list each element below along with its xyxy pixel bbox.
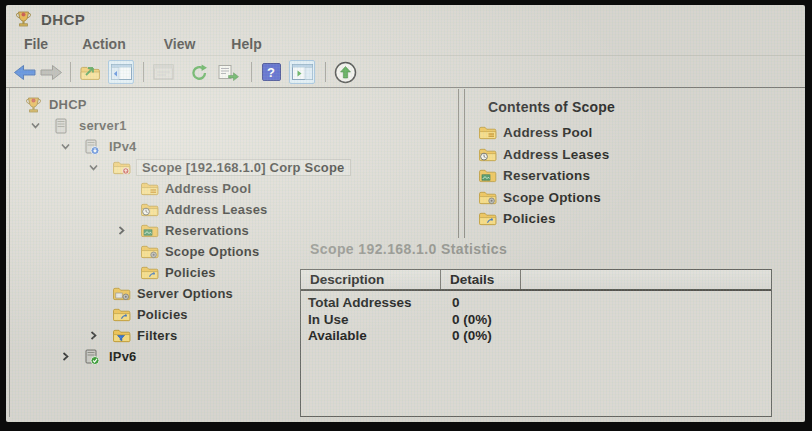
server-icon xyxy=(54,118,74,134)
forward-arrow-icon xyxy=(39,64,63,81)
chevron-right-icon[interactable] xyxy=(88,330,112,341)
pane-splitter[interactable] xyxy=(458,89,465,238)
tree-item-server1[interactable]: server1 xyxy=(10,115,456,136)
ipv6-server-icon xyxy=(84,349,104,365)
toolbar-separator xyxy=(143,62,144,82)
column-header-empty xyxy=(521,270,771,289)
menu-action[interactable]: Action xyxy=(74,34,134,54)
menu-help[interactable]: Help xyxy=(223,34,269,54)
row-description: Available xyxy=(308,328,452,345)
statistics-table: Description Details Total Addresses 0 In… xyxy=(300,269,772,417)
back-button[interactable] xyxy=(12,60,38,84)
column-header-description[interactable]: Description xyxy=(301,270,441,289)
tree-item-address-leases[interactable]: Address Leases xyxy=(10,199,456,220)
policies-folder-icon xyxy=(478,211,498,226)
contents-pane-header[interactable]: Contents of Scope xyxy=(488,99,800,115)
chevron-down-icon[interactable] xyxy=(88,162,112,173)
toolbar-separator xyxy=(325,62,326,82)
contents-item-policies[interactable]: Policies xyxy=(474,208,800,230)
contents-pane: Contents of Scope Address Pool xyxy=(474,99,800,230)
table-row-total-addresses: Total Addresses 0 xyxy=(308,295,771,312)
reservations-folder-icon xyxy=(140,223,160,238)
row-description: Total Addresses xyxy=(308,295,452,312)
address-leases-folder-icon xyxy=(478,147,498,162)
address-leases-folder-icon xyxy=(140,202,160,217)
export-list-icon xyxy=(218,64,240,81)
contents-item-label: Scope Options xyxy=(503,190,601,205)
help-icon: ? xyxy=(262,63,281,81)
contents-item-scope-options[interactable]: Scope Options xyxy=(474,187,800,209)
forward-button[interactable] xyxy=(38,60,64,84)
contents-item-reservations[interactable]: Reservations xyxy=(474,165,800,187)
refresh-button[interactable] xyxy=(186,60,212,84)
export-folder-icon xyxy=(79,64,101,81)
reservations-folder-icon xyxy=(478,168,498,183)
tree-item-label: Reservations xyxy=(165,223,249,238)
tree-item-label: Scope Options xyxy=(165,244,259,259)
scope-folder-icon xyxy=(112,160,132,175)
scope-options-folder-icon xyxy=(140,244,160,259)
contents-item-address-leases[interactable]: Address Leases xyxy=(474,144,800,166)
tree-item-label: Policies xyxy=(137,307,188,322)
menu-file[interactable]: File xyxy=(16,34,56,54)
dhcp-app-icon xyxy=(14,10,33,28)
tree-item-reservations[interactable]: Reservations xyxy=(10,220,456,241)
tree-item-address-pool[interactable]: Address Pool xyxy=(10,178,456,199)
back-arrow-icon xyxy=(13,64,37,81)
tree-item-label: IPv4 xyxy=(109,139,137,154)
statistics-table-header: Description Details xyxy=(301,270,771,291)
table-row-available: Available 0 (0%) xyxy=(308,328,771,345)
policies-folder-icon xyxy=(112,307,132,322)
chevron-right-icon[interactable] xyxy=(60,351,84,362)
contents-item-label: Reservations xyxy=(503,168,590,183)
tree-item-label: server1 xyxy=(79,118,127,133)
policies-folder-icon xyxy=(140,265,160,280)
chevron-right-icon[interactable] xyxy=(116,225,140,236)
contents-item-label: Address Leases xyxy=(503,147,609,162)
properties-icon xyxy=(153,64,174,80)
refresh-icon xyxy=(190,63,209,82)
server-options-folder-icon xyxy=(112,286,132,301)
menu-bar: File Action View Help xyxy=(6,33,805,56)
help-button[interactable]: ? xyxy=(258,60,284,84)
table-row-in-use: In Use 0 (0%) xyxy=(308,312,771,329)
tree-item-ipv4[interactable]: IPv4 xyxy=(10,136,456,157)
row-description: In Use xyxy=(308,312,452,329)
tree-item-label: Address Pool xyxy=(165,181,251,196)
window-title: DHCP xyxy=(41,11,85,28)
chevron-down-icon[interactable] xyxy=(60,141,84,152)
row-details: 0 (0%) xyxy=(452,312,771,329)
tree-item-label: DHCP xyxy=(49,97,87,112)
ipv4-server-icon xyxy=(84,139,104,155)
row-details: 0 xyxy=(452,295,771,312)
chevron-down-icon[interactable] xyxy=(30,120,54,131)
dhcp-console-window: DHCP File Action View Help xyxy=(6,5,805,422)
contents-item-address-pool[interactable]: Address Pool xyxy=(474,122,800,144)
tree-item-label: Server Options xyxy=(137,286,233,301)
tree-item-scope[interactable]: Scope [192.168.1.0] Corp Scope xyxy=(10,157,456,178)
tree-item-label-selected: Scope [192.168.1.0] Corp Scope xyxy=(137,160,350,175)
show-hide-console-tree-button[interactable] xyxy=(108,60,134,84)
export-folder-button[interactable] xyxy=(77,60,103,84)
toolbar: ? xyxy=(6,57,805,87)
properties-button[interactable] xyxy=(150,60,176,84)
contents-item-label: Policies xyxy=(503,211,556,226)
tree-item-label: IPv6 xyxy=(109,349,137,364)
dhcp-root-icon xyxy=(24,96,44,114)
tree-item-label: Address Leases xyxy=(165,202,268,217)
update-server-button[interactable] xyxy=(332,60,358,84)
filters-folder-icon xyxy=(112,328,132,343)
address-pool-folder-icon xyxy=(478,125,498,140)
tree-item-label: Policies xyxy=(165,265,216,280)
address-pool-folder-icon xyxy=(140,181,160,196)
green-up-arrow-icon xyxy=(334,61,357,84)
menu-view[interactable]: View xyxy=(156,34,204,54)
tree-item-dhcp-root[interactable]: DHCP xyxy=(10,94,456,115)
toolbar-separator xyxy=(70,62,71,82)
tree-item-label: Filters xyxy=(137,328,177,343)
show-hide-action-pane-button[interactable] xyxy=(289,60,315,84)
statistics-table-body: Total Addresses 0 In Use 0 (0%) Availabl… xyxy=(301,291,771,345)
column-header-details[interactable]: Details xyxy=(441,270,521,289)
export-list-button[interactable] xyxy=(216,60,242,84)
toolbar-separator xyxy=(251,62,252,82)
